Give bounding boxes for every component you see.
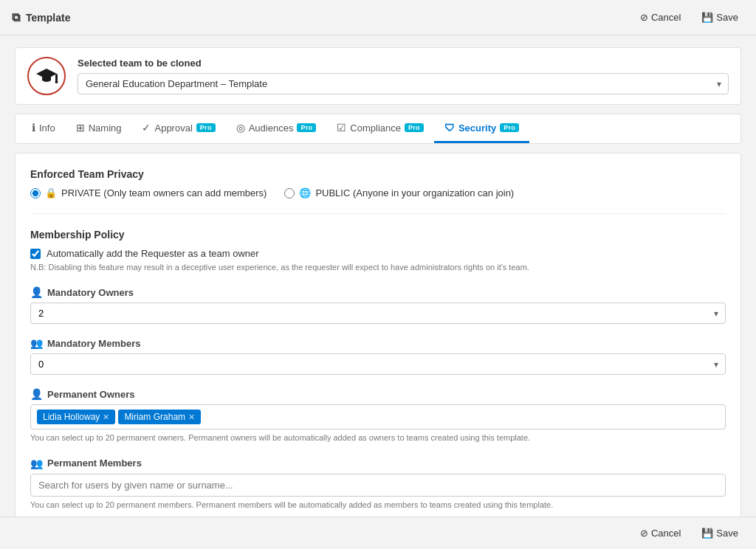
audiences-pro-badge: Pro bbox=[297, 123, 316, 132]
graduation-cap-icon bbox=[35, 64, 58, 88]
permanent-members-search[interactable] bbox=[30, 474, 726, 497]
tag-lidia: Lidia Holloway ✕ bbox=[37, 410, 115, 424]
save-icon-top: 💾 bbox=[701, 12, 713, 23]
tab-security[interactable]: 🛡 Security Pro bbox=[434, 114, 529, 143]
svg-point-3 bbox=[55, 80, 58, 83]
permanent-owners-group: 👤 Permanent Owners Lidia Holloway ✕ Miri… bbox=[30, 388, 726, 443]
header-section: Selected team to be cloned General Educa… bbox=[15, 47, 741, 105]
naming-tab-icon: ⊞ bbox=[76, 122, 85, 134]
tag-lidia-label: Lidia Holloway bbox=[43, 412, 100, 422]
mandatory-owners-label: Mandatory Owners bbox=[47, 287, 134, 298]
public-label: PUBLIC (Anyone in your organization can … bbox=[315, 187, 514, 198]
permanent-members-label: Permanent Members bbox=[47, 458, 142, 469]
cancel-icon-top: ⊘ bbox=[640, 12, 648, 23]
mandatory-owners-icon: 👤 bbox=[30, 286, 43, 298]
svg-rect-2 bbox=[55, 74, 58, 81]
security-pro-badge: Pro bbox=[500, 123, 519, 132]
team-dropdown[interactable]: General Education Department – Template bbox=[78, 73, 729, 94]
app-title: Template bbox=[26, 12, 70, 24]
audiences-tab-icon: ◎ bbox=[236, 122, 245, 134]
permanent-members-info: You can select up to 20 permanent member… bbox=[30, 500, 726, 511]
public-icon: 🌐 bbox=[299, 187, 311, 198]
app-title-section: ⧉ Template bbox=[12, 11, 70, 24]
mandatory-members-select[interactable]: 0 1 2 3 4 5 bbox=[30, 353, 726, 375]
permanent-members-label-row: 👥 Permanent Members bbox=[30, 458, 726, 469]
logo-circle bbox=[27, 57, 66, 95]
auto-add-requester-row: Automatically add the Requester as a tea… bbox=[30, 248, 726, 259]
mandatory-owners-select[interactable]: 2 0 1 3 4 5 bbox=[30, 303, 726, 324]
tab-info-label: Info bbox=[39, 122, 55, 134]
enforced-privacy-section: Enforced Team Privacy 🔒 PRIVATE (Only te… bbox=[30, 168, 726, 198]
auto-add-checkbox[interactable] bbox=[30, 249, 41, 259]
tag-lidia-close[interactable]: ✕ bbox=[103, 412, 109, 422]
save-icon-bottom: 💾 bbox=[701, 528, 713, 539]
mandatory-owners-label-row: 👤 Mandatory Owners bbox=[30, 286, 726, 298]
private-icon: 🔒 bbox=[45, 187, 57, 198]
privacy-row: 🔒 PRIVATE (Only team owners can add memb… bbox=[30, 187, 726, 198]
public-radio[interactable] bbox=[284, 188, 295, 198]
cancel-icon-bottom: ⊘ bbox=[640, 528, 648, 539]
tab-compliance-label: Compliance bbox=[350, 122, 401, 134]
header-label: Selected team to be cloned bbox=[78, 58, 729, 69]
auto-add-label[interactable]: Automatically add the Requester as a tea… bbox=[47, 248, 259, 259]
top-bar: ⧉ Template ⊘ Cancel 💾 Save bbox=[0, 0, 756, 35]
privacy-section-title: Enforced Team Privacy bbox=[30, 168, 726, 180]
mandatory-members-icon: 👥 bbox=[30, 337, 43, 349]
permanent-owners-label: Permanent Owners bbox=[47, 389, 135, 400]
save-button-top[interactable]: 💾 Save bbox=[695, 9, 744, 26]
mandatory-owners-group: 👤 Mandatory Owners 2 0 1 3 4 5 bbox=[30, 286, 726, 324]
mandatory-members-group: 👥 Mandatory Members 0 1 2 3 4 5 bbox=[30, 337, 726, 375]
public-option[interactable]: 🌐 PUBLIC (Anyone in your organization ca… bbox=[284, 187, 514, 198]
app-window: ⧉ Template ⊘ Cancel 💾 Save bbox=[0, 0, 756, 549]
membership-note: N.B: Disabling this feature may result i… bbox=[30, 262, 726, 273]
permanent-members-icon: 👥 bbox=[30, 458, 43, 469]
mandatory-members-select-wrapper: 0 1 2 3 4 5 bbox=[30, 353, 726, 375]
tag-miriam: Miriam Graham ✕ bbox=[118, 410, 201, 424]
tab-audiences-label: Audiences bbox=[249, 122, 294, 134]
permanent-members-group: 👥 Permanent Members You can select up to… bbox=[30, 458, 726, 511]
tab-approval-label: Approval bbox=[154, 122, 192, 134]
tab-compliance[interactable]: ☑ Compliance Pro bbox=[326, 114, 434, 143]
header-right: Selected team to be cloned General Educa… bbox=[78, 58, 729, 94]
private-option[interactable]: 🔒 PRIVATE (Only team owners can add memb… bbox=[30, 187, 267, 198]
tab-security-label: Security bbox=[458, 122, 496, 134]
compliance-pro-badge: Pro bbox=[405, 123, 424, 132]
tab-naming-label: Naming bbox=[89, 122, 122, 134]
tab-naming[interactable]: ⊞ Naming bbox=[66, 114, 132, 143]
permanent-owners-info: You can select up to 20 permanent owners… bbox=[30, 432, 726, 443]
private-radio[interactable] bbox=[30, 188, 41, 198]
permanent-owners-label-row: 👤 Permanent Owners bbox=[30, 388, 726, 400]
save-button-bottom[interactable]: 💾 Save bbox=[695, 525, 744, 542]
approval-tab-icon: ✓ bbox=[142, 122, 151, 134]
mandatory-owners-select-wrapper: 2 0 1 3 4 5 bbox=[30, 303, 726, 324]
cancel-button-top[interactable]: ⊘ Cancel bbox=[634, 9, 687, 26]
tab-audiences[interactable]: ◎ Audiences Pro bbox=[226, 114, 327, 143]
security-tab-icon: 🛡 bbox=[444, 122, 455, 134]
tag-miriam-label: Miriam Graham bbox=[124, 412, 185, 422]
compliance-tab-icon: ☑ bbox=[337, 122, 346, 134]
cancel-button-bottom[interactable]: ⊘ Cancel bbox=[634, 525, 687, 542]
team-dropdown-wrapper: General Education Department – Template bbox=[78, 73, 729, 94]
membership-policy-section: Membership Policy Automatically add the … bbox=[30, 229, 726, 273]
tag-miriam-close[interactable]: ✕ bbox=[188, 412, 195, 422]
template-icon: ⧉ bbox=[12, 11, 20, 24]
top-bar-actions: ⊘ Cancel 💾 Save bbox=[634, 9, 744, 26]
tab-info[interactable]: ℹ Info bbox=[21, 114, 66, 143]
mandatory-members-label-row: 👥 Mandatory Members bbox=[30, 337, 726, 349]
private-label: PRIVATE (Only team owners can add member… bbox=[61, 187, 267, 198]
permanent-owners-icon: 👤 bbox=[30, 388, 43, 400]
tab-approval[interactable]: ✓ Approval Pro bbox=[131, 114, 225, 143]
permanent-owners-input[interactable]: Lidia Holloway ✕ Miriam Graham ✕ bbox=[30, 404, 726, 429]
mandatory-members-label: Mandatory Members bbox=[47, 338, 140, 349]
divider-1 bbox=[30, 213, 726, 214]
main-content: Selected team to be cloned General Educa… bbox=[0, 35, 756, 517]
tabs-bar: ℹ Info ⊞ Naming ✓ Approval Pro ◎ Audienc… bbox=[15, 114, 741, 144]
info-tab-icon: ℹ bbox=[32, 122, 35, 134]
approval-pro-badge: Pro bbox=[196, 123, 216, 132]
content-panel: Enforced Team Privacy 🔒 PRIVATE (Only te… bbox=[15, 153, 741, 517]
membership-section-title: Membership Policy bbox=[30, 229, 726, 241]
bottom-bar: ⊘ Cancel 💾 Save bbox=[0, 517, 756, 549]
